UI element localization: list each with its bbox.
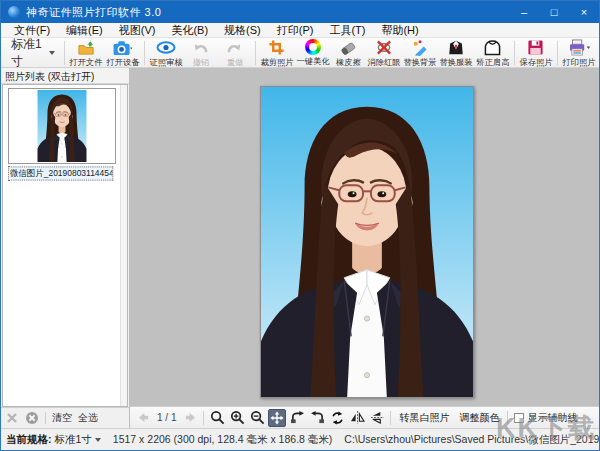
replace-clothing-button[interactable]: 替换服装 — [438, 39, 474, 67]
photo-list-header: 照片列表 (双击打开) — [1, 68, 129, 84]
menu-view[interactable]: 视图(V) — [112, 23, 163, 38]
red-eye-icon — [375, 39, 393, 56]
window-title: 神奇证件照片打印软件 3.0 — [26, 5, 509, 20]
shoulder-icon — [483, 39, 502, 56]
replace-background-button[interactable]: 替换背景 — [402, 39, 438, 67]
minimize-button[interactable]: – — [509, 1, 539, 23]
file-path: C:\Users\zhou\Pictures\Saved Pictures\微信… — [344, 433, 599, 447]
toolbar-button-label: 撤销 — [193, 56, 210, 68]
menu-edit[interactable]: 编辑(E) — [59, 23, 110, 38]
flip-horizontal-button[interactable] — [348, 409, 366, 427]
toolbar-button-label: 重做 — [227, 56, 244, 68]
rotate-right-button[interactable] — [308, 409, 326, 427]
rotate-left-button[interactable] — [288, 409, 306, 427]
photo-list-scrollbar[interactable] — [120, 85, 127, 406]
toolbar-separator — [557, 41, 558, 65]
red-eye-button[interactable]: 消除红眼 — [365, 39, 401, 67]
bw-photo-button[interactable]: 转黑白照片 — [395, 411, 453, 425]
print-button[interactable]: 打印照片 — [561, 39, 597, 67]
close-button[interactable]: × — [569, 1, 599, 23]
zoom-in-button[interactable] — [228, 409, 246, 427]
menu-beautify[interactable]: 美化(B) — [164, 23, 215, 38]
delete-photo-icon[interactable] — [5, 411, 19, 425]
shoulder-fix-button[interactable]: 矫正肩高 — [474, 39, 510, 67]
toolbar-button-label: 一键美化 — [297, 56, 330, 68]
spec-status-label: 当前规格: — [6, 433, 52, 447]
fit-screen-button[interactable] — [268, 409, 286, 427]
toolbar-separator — [507, 411, 508, 425]
next-photo-button — [181, 409, 199, 427]
crop-button[interactable]: 裁剪照片 — [259, 39, 295, 67]
menu-tools[interactable]: 工具(T) — [322, 23, 372, 38]
open-file-button[interactable]: 打开文件 — [68, 39, 104, 67]
open-device-button[interactable]: 打开设备 — [105, 39, 141, 67]
app-window: 神奇证件照片打印软件 3.0 – □ × 文件(F) 编辑(E) 视图(V) 美… — [0, 0, 600, 451]
toolbar-button-label: 保存照片 — [519, 56, 552, 68]
chevron-down-icon — [95, 438, 101, 442]
toolbar-button-label: 替换服装 — [440, 56, 473, 68]
zoom-out-button[interactable] — [248, 409, 266, 427]
chevron-down-icon — [49, 51, 55, 55]
photo-list-panel: 照片列表 (双击打开) 微信图片_20190803114454.png — [1, 68, 130, 428]
beautify-button[interactable]: 一键美化 — [295, 39, 331, 67]
rotate-180-button[interactable] — [328, 409, 346, 427]
menu-help[interactable]: 帮助(H) — [374, 23, 425, 38]
toolbar-button-label: 证照审核 — [149, 56, 182, 68]
toolbar-button-label: 橡皮擦 — [336, 56, 361, 68]
toolbar-separator — [64, 41, 65, 65]
photo-canvas[interactable] — [130, 68, 599, 406]
eraser-icon — [339, 39, 357, 56]
status-bar: 当前规格: 标准1寸 1517 x 2206 (300 dpi, 128.4 毫… — [1, 428, 599, 450]
show-guides-label: 显示辅助线 — [527, 411, 577, 425]
show-guides-checkbox[interactable]: 显示辅助线 — [514, 411, 577, 425]
app-icon — [8, 6, 20, 18]
color-wheel-icon — [305, 39, 321, 55]
menu-spec[interactable]: 规格(S) — [217, 23, 268, 38]
page-indicator: 1 / 1 — [154, 412, 179, 423]
toolbar-separator — [514, 41, 515, 65]
main-toolbar: 标准1寸 打开文件 打开设备 证照审核 撤销 — [1, 38, 599, 68]
redo-button: 重做 — [218, 39, 252, 67]
redo-icon — [226, 39, 243, 56]
save-button[interactable]: 保存照片 — [518, 39, 554, 67]
adjust-color-button[interactable]: 调整颜色 — [455, 411, 503, 425]
image-dimensions: 1517 x 2206 (300 dpi, 128.4 毫米 x 186.8 毫… — [113, 433, 332, 447]
toolbar-separator — [203, 411, 204, 425]
toolbar-button-label: 裁剪照片 — [260, 56, 293, 68]
photo-review-button[interactable]: 证照审核 — [148, 39, 184, 67]
thumbnail-image — [37, 90, 87, 162]
checkbox-icon[interactable] — [514, 413, 524, 423]
prev-photo-button — [134, 409, 152, 427]
replace-background-icon — [411, 39, 429, 56]
photo-list[interactable]: 微信图片_20190803114454.png — [2, 84, 128, 407]
eye-icon — [156, 39, 176, 56]
portrait-image — [261, 87, 473, 397]
zoom-tool-button[interactable] — [208, 409, 226, 427]
list-item[interactable]: 微信图片_20190803114454.png — [8, 88, 120, 181]
editor-area: 1 / 1 — [130, 68, 599, 428]
spec-preset-dropdown[interactable]: 标准1寸 — [5, 39, 61, 67]
toolbar-separator — [255, 41, 256, 65]
menu-print[interactable]: 打印(P) — [270, 23, 321, 38]
select-all-button[interactable]: 全选 — [78, 411, 98, 425]
toolbar-separator — [144, 41, 145, 65]
eraser-button[interactable]: 橡皮擦 — [331, 39, 365, 67]
spec-status-dropdown[interactable]: 标准1寸 — [55, 433, 101, 447]
main-area: 照片列表 (双击打开) 微信图片_20190803114454.png — [1, 68, 599, 428]
toolbar-button-label: 打开文件 — [70, 56, 103, 68]
toolbar-button-label: 打印照片 — [562, 56, 595, 68]
maximize-button[interactable]: □ — [539, 1, 569, 23]
camera-icon — [112, 39, 134, 56]
spec-status-value: 标准1寸 — [55, 433, 92, 447]
photo-preview[interactable] — [260, 86, 474, 398]
toolbar-button-label: 矫正肩高 — [476, 56, 509, 68]
photo-thumbnail[interactable] — [8, 88, 116, 164]
photo-list-footer: 清空 全选 — [1, 407, 129, 428]
thumbnail-filename[interactable]: 微信图片_20190803114454.png — [8, 166, 113, 180]
flip-vertical-button[interactable] — [368, 409, 386, 427]
spec-preset-label: 标准1寸 — [11, 36, 45, 70]
remove-all-icon[interactable] — [25, 411, 39, 425]
folder-open-icon — [77, 39, 96, 56]
toolbar-button-label: 打开设备 — [106, 56, 139, 68]
clear-list-button[interactable]: 清空 — [52, 411, 72, 425]
